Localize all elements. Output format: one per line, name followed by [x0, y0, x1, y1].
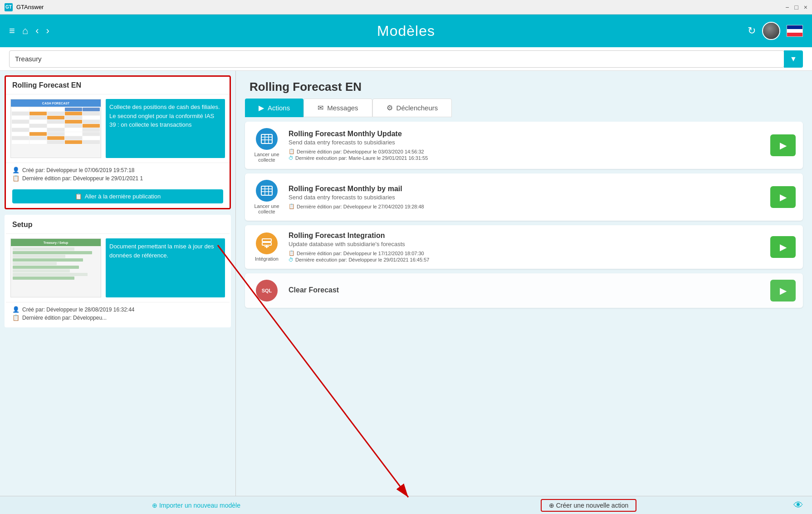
right-panel: Rolling Forecast EN ▶ Actions ✉ Messages…	[236, 71, 812, 496]
model-card-setup[interactable]: Setup Treasury / Setup	[5, 215, 231, 327]
left-panel: Rolling Forecast EN CASH FORECAST	[0, 71, 236, 496]
setup-meta-created-row: 👤 Créé par: Développeur le 28/08/2019 16…	[12, 306, 223, 313]
card-title-setup: Setup	[6, 216, 230, 234]
actions-list: Lancer une collecte Rolling Forecast Mon…	[236, 122, 812, 496]
go-to-publication-button[interactable]: 📋 Aller à la dernière publication	[12, 189, 223, 203]
action-title-2: Rolling Forecast Monthly by mail	[289, 185, 763, 193]
action-meta-exec-1: ⏱ Dernière exécution par: Marie-Laure le…	[289, 155, 763, 161]
thumb-rows	[11, 107, 101, 145]
language-flag[interactable]	[787, 25, 803, 37]
action-item-4: SQL Clear Forecast ▶	[245, 273, 803, 308]
card-meta-setup: 👤 Créé par: Développeur le 28/08/2019 16…	[6, 302, 230, 326]
menu-icon[interactable]: ≡	[9, 25, 15, 37]
action-item-2: Lancer une collecte Rolling Forecast Mon…	[245, 173, 803, 221]
svg-rect-5	[261, 186, 272, 195]
publication-icon: 📋	[75, 193, 82, 200]
bottom-bar: ⊕ Importer un nouveau modèle ⊕ Créer une…	[0, 496, 812, 514]
action-subtitle-1: Send data entry forecasts to subsidiarie…	[289, 139, 763, 146]
tab-messages[interactable]: ✉ Messages	[303, 99, 372, 117]
actions-tab-icon: ▶	[259, 104, 264, 112]
action-info-4: Clear Forecast	[289, 286, 763, 295]
minimize-button[interactable]: −	[785, 4, 789, 11]
dropdown-wrapper: Treasury ▼	[9, 50, 803, 68]
card-thumbnail-rolling-forecast: CASH FORECAST	[10, 99, 101, 158]
declencheurs-tab-icon: ⚙	[386, 104, 393, 112]
action-label-2: Lancer une collecte	[252, 203, 281, 214]
card-title-rolling-forecast: Rolling Forecast EN	[6, 77, 230, 94]
forward-icon[interactable]: ›	[46, 25, 49, 37]
import-label: ⊕ Importer un nouveau modèle	[152, 502, 240, 509]
new-action-label: ⊕ Créer une nouvelle action	[549, 502, 628, 509]
tab-declencheurs[interactable]: ⚙ Déclencheurs	[372, 99, 452, 117]
meta-edited-row: 📋 Dernière édition par: Développeur le 2…	[12, 175, 223, 182]
home-icon[interactable]: ⌂	[22, 25, 28, 37]
maximize-button[interactable]: □	[794, 4, 798, 11]
action-icon-wrap-2: Lancer une collecte	[252, 180, 281, 214]
action-subtitle-2: Send data entry forecasts to subsidiarie…	[289, 194, 763, 201]
close-button[interactable]: ×	[804, 4, 807, 11]
eye-icon[interactable]: 👁	[793, 499, 803, 511]
action-title-1: Rolling Forecast Monthly Update	[289, 130, 763, 138]
refresh-icon[interactable]: ↻	[748, 25, 756, 37]
right-panel-title: Rolling Forecast EN	[236, 71, 812, 99]
play-button-4[interactable]: ▶	[770, 280, 796, 301]
dropdown-bar: Treasury ▼	[0, 47, 812, 71]
page-title: Modèles	[377, 23, 435, 40]
action-icon-wrap-1: Lancer une collecte	[252, 128, 281, 163]
card-description-setup: Document permettant la mise à jour des d…	[106, 238, 225, 297]
bottom-right: 👁	[785, 499, 812, 511]
bottom-left: ⊕ Importer un nouveau modèle	[0, 502, 392, 509]
user-icon-2: 👤	[12, 306, 20, 313]
thumb-header-text: CASH FORECAST	[13, 102, 99, 105]
action-icon-table-1	[256, 128, 278, 150]
meta-created-row: 👤 Créé par: Développeur le 07/06/2019 19…	[12, 167, 223, 173]
action-meta-exec-3: ⏱ Dernière exécution par: Développeur le…	[289, 257, 763, 262]
model-card-rolling-forecast[interactable]: Rolling Forecast EN CASH FORECAST	[5, 75, 231, 209]
messages-tab-label: Messages	[327, 104, 358, 112]
action-meta-1: 📋 Dernière édition par: Développeur le 0…	[289, 148, 763, 161]
nav-left: ≡ ⌂ ‹ ›	[9, 25, 49, 37]
back-icon[interactable]: ‹	[35, 25, 39, 37]
action-title-3: Rolling Forecast Integration	[289, 232, 763, 240]
action-meta-edition-1: 📋 Dernière édition par: Développeur le 0…	[289, 148, 763, 154]
setup-meta-edited-text: Dernière édition par: Développeu...	[22, 315, 107, 321]
svg-rect-0	[261, 134, 272, 143]
meta-edited-text: Dernière édition par: Développeur le 29/…	[22, 175, 143, 182]
treasury-dropdown[interactable]: Treasury	[9, 50, 784, 68]
exec-icon-meta-3: ⏱	[289, 257, 293, 262]
exec-icon-meta-1: ⏱	[289, 155, 293, 161]
action-label-1: Lancer une collecte	[252, 152, 281, 163]
thumb-setup-header-text: Treasury / Setup	[13, 241, 99, 244]
titlebar-controls[interactable]: − □ ×	[785, 4, 807, 11]
action-meta-2: 📋 Dernière édition par: Développeur le 2…	[289, 203, 763, 209]
action-title-4: Clear Forecast	[289, 286, 763, 294]
avatar[interactable]	[762, 22, 780, 40]
action-icon-wrap-4: SQL	[252, 280, 281, 301]
dropdown-arrow-button[interactable]: ▼	[784, 50, 803, 68]
publication-label: Aller à la dernière publication	[85, 193, 161, 200]
action-item-1: Lancer une collecte Rolling Forecast Mon…	[245, 122, 803, 169]
import-model-button[interactable]: ⊕ Importer un nouveau modèle	[152, 502, 240, 509]
tab-actions[interactable]: ▶ Actions	[245, 99, 303, 117]
action-icon-integration	[256, 232, 278, 254]
card-thumbnail-setup: Treasury / Setup	[10, 238, 101, 297]
tabs-bar: ▶ Actions ✉ Messages ⚙ Déclencheurs	[236, 99, 812, 117]
card-description-rolling-forecast: Collecte des positions de cash des filia…	[106, 99, 225, 158]
action-meta-3: 📋 Dernière édition par: Développeur le 1…	[289, 250, 763, 262]
edit-icon-2: 📋	[12, 314, 20, 321]
play-button-3[interactable]: ▶	[770, 236, 796, 258]
card-body-rolling-forecast: CASH FORECAST Collecte des positi	[6, 94, 230, 163]
svg-rect-10	[262, 239, 271, 242]
edit-icon-meta-1: 📋	[289, 148, 295, 154]
action-item-3: Intégration Rolling Forecast Integration…	[245, 225, 803, 269]
play-button-2[interactable]: ▶	[770, 186, 796, 208]
play-button-1[interactable]: ▶	[770, 134, 796, 156]
edit-icon-meta-3: 📋	[289, 250, 295, 256]
action-meta-edition-3: 📋 Dernière édition par: Développeur le 1…	[289, 250, 763, 256]
user-icon: 👤	[12, 167, 20, 173]
new-action-button[interactable]: ⊕ Créer une nouvelle action	[541, 499, 636, 512]
declencheurs-tab-label: Déclencheurs	[396, 104, 438, 112]
nav-right: ↻	[748, 22, 803, 40]
meta-created-text: Créé par: Développeur le 07/06/2019 19:5…	[22, 167, 135, 173]
setup-meta-edited-row: 📋 Dernière édition par: Développeu...	[12, 314, 223, 321]
